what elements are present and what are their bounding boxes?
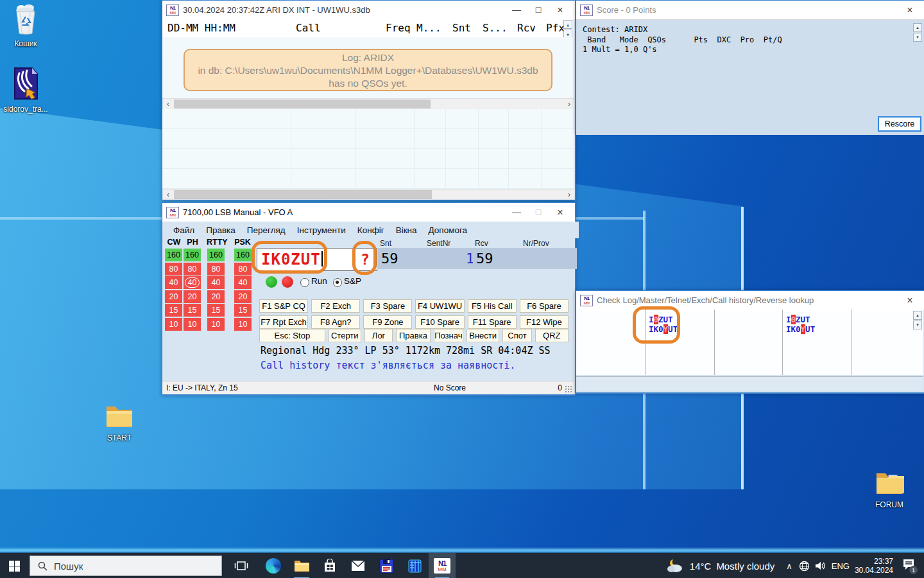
band-ph-160[interactable]: 160 xyxy=(184,249,201,261)
band-ph-20[interactable]: 20 xyxy=(184,290,201,303)
scroll-left-icon[interactable]: ‹ xyxy=(163,99,173,109)
weather-temperature[interactable]: 14°C xyxy=(690,561,712,572)
maximize-icon[interactable]: □ xyxy=(527,4,549,16)
start-button[interactable] xyxy=(0,553,28,578)
run-radio[interactable] xyxy=(300,278,309,287)
column-header[interactable]: Freq xyxy=(386,22,411,34)
band-psk-80[interactable]: 80 xyxy=(234,263,252,276)
fkey-f11[interactable]: F11 Spare xyxy=(468,315,517,329)
column-header[interactable]: M... xyxy=(416,22,441,34)
band-ph-15[interactable]: 15 xyxy=(184,304,201,317)
score-spinner[interactable]: ▲ ▼ xyxy=(913,23,922,42)
close-icon[interactable]: × xyxy=(549,4,571,16)
column-header[interactable]: Call xyxy=(296,22,321,34)
resize-grip[interactable] xyxy=(565,386,573,394)
score-window-titlebar[interactable]: N1MM Score - 0 Points × xyxy=(576,1,924,20)
edge-browser-button[interactable] xyxy=(259,553,287,578)
fkey-f5[interactable]: F5 His Call xyxy=(468,299,517,313)
mail-button[interactable] xyxy=(344,553,372,578)
mark-button[interactable]: Познач xyxy=(434,329,463,342)
band-rtty-80[interactable]: 80 xyxy=(207,263,225,276)
band-cw-80[interactable]: 80 xyxy=(165,263,182,276)
scroll-left-icon[interactable]: ‹ xyxy=(163,189,173,200)
column-header[interactable]: Pfx xyxy=(546,22,565,34)
fkey-f7[interactable]: F7 Rpt Exch xyxy=(259,315,308,329)
wipe-button[interactable]: Стерти xyxy=(329,329,361,342)
fkey-f9[interactable]: F9 Zone xyxy=(363,315,412,329)
check-call-suggestion[interactable]: I0ZUT IK0YUT xyxy=(649,315,678,334)
band-psk-160[interactable]: 160 xyxy=(234,249,252,261)
fkey-f3[interactable]: F3 Spare xyxy=(363,299,412,313)
fkey-f4[interactable]: F4 UW1WU xyxy=(415,299,464,313)
store-button[interactable] xyxy=(316,553,344,578)
band-rtty-20[interactable]: 20 xyxy=(207,290,225,303)
desktop-icon-forum-folder[interactable]: FORUM xyxy=(865,470,914,509)
desktop-icon-sidorov-file[interactable]: sidorov_tra... xyxy=(1,67,50,114)
band-rtty-40[interactable]: 40 xyxy=(207,276,225,289)
task-view-button[interactable] xyxy=(227,553,255,578)
column-header[interactable]: Snt xyxy=(452,22,471,34)
sentnr-field[interactable]: 1 xyxy=(425,248,477,269)
minimize-icon[interactable]: — xyxy=(506,207,527,218)
log-horizontal-scrollbar-2[interactable]: ‹ › xyxy=(163,189,574,200)
column-header[interactable]: Rcv xyxy=(517,22,536,34)
check-spinner[interactable]: ▲ ▼ xyxy=(913,311,922,329)
scrollbar-thumb[interactable] xyxy=(174,100,431,109)
store-button[interactable]: Внести xyxy=(466,329,499,342)
band-psk-20[interactable]: 20 xyxy=(234,290,252,303)
scroll-right-icon[interactable]: › xyxy=(564,99,574,109)
log-horizontal-scrollbar[interactable]: ‹ › xyxy=(163,98,574,109)
callsign-exchange-entry[interactable]: IK0ZUT ? xyxy=(257,248,377,271)
n1mm-app-button[interactable]: N1MM xyxy=(429,553,456,578)
sp-radio-selected[interactable] xyxy=(333,278,342,287)
desktop-icon-start-folder[interactable]: START xyxy=(95,403,144,442)
log-button[interactable]: Лог xyxy=(364,329,393,342)
minimize-icon[interactable]: — xyxy=(506,4,527,16)
band-cw-20[interactable]: 20 xyxy=(165,290,182,303)
language-indicator[interactable]: ENG xyxy=(832,561,850,571)
file-explorer-button[interactable] xyxy=(287,553,316,578)
band-ph-80[interactable]: 80 xyxy=(184,263,201,276)
fkey-f10[interactable]: F10 Spare xyxy=(415,315,464,329)
column-header[interactable]: S... xyxy=(483,22,508,34)
scroll-right-icon[interactable]: › xyxy=(564,189,574,200)
menu-tools[interactable]: Інструменти xyxy=(291,225,352,235)
rcv-field[interactable]: 59 xyxy=(473,248,524,269)
nrprov-field[interactable] xyxy=(520,248,577,269)
edit-button[interactable]: Правка xyxy=(396,329,430,342)
esc-stop-button[interactable]: Esc: Stop xyxy=(259,329,325,342)
fkey-f1[interactable]: F1 S&P CQ xyxy=(259,299,308,313)
entry-window-titlebar[interactable]: N1MM 7100,00 LSB Manual - VFO A — □ × xyxy=(162,203,575,222)
band-psk-10[interactable]: 10 xyxy=(234,318,252,331)
band-cw-15[interactable]: 15 xyxy=(165,304,182,317)
fkey-f8[interactable]: F8 Agn? xyxy=(311,315,360,329)
fkey-f6[interactable]: F6 Spare xyxy=(520,299,569,313)
band-cw-40[interactable]: 40 xyxy=(165,276,182,289)
band-ph-40-selected[interactable]: 40 xyxy=(184,276,201,289)
band-rtty-10[interactable]: 10 xyxy=(207,318,225,331)
menu-view[interactable]: Перегляд xyxy=(241,225,291,235)
menu-config[interactable]: Конфіг xyxy=(352,225,390,235)
check-window-titlebar[interactable]: N1MM Check Log/Master/Telnet/Exch/Call h… xyxy=(576,291,924,310)
desktop-icon-recycle-bin[interactable]: Кошик xyxy=(1,4,50,48)
menu-windows[interactable]: Вікна xyxy=(390,225,423,235)
menu-help[interactable]: Допомога xyxy=(423,225,474,235)
blue-utility-app-button[interactable] xyxy=(400,553,429,578)
band-rtty-15[interactable]: 15 xyxy=(207,304,225,317)
qrz-button[interactable]: QRZ xyxy=(535,329,569,342)
check-call-suggestion[interactable]: I0ZUT IK0YUT xyxy=(786,315,815,334)
logger-save-app-button[interactable] xyxy=(372,553,400,578)
search-input[interactable]: Пошук xyxy=(30,556,222,576)
weather-description[interactable]: Mostly cloudy xyxy=(716,561,774,572)
close-icon[interactable]: × xyxy=(899,4,921,16)
snt-field[interactable]: 59 xyxy=(378,248,429,269)
rescore-button[interactable]: Rescore xyxy=(878,116,921,132)
band-cw-160[interactable]: 160 xyxy=(165,249,182,261)
header-spinner[interactable]: ▲ ▼ xyxy=(563,20,572,39)
network-globe-icon[interactable] xyxy=(799,561,810,572)
band-rtty-160[interactable]: 160 xyxy=(207,249,225,261)
band-psk-15[interactable]: 15 xyxy=(234,304,252,317)
action-center-button[interactable]: 1 xyxy=(902,559,915,573)
menu-file[interactable]: Файл xyxy=(167,225,200,235)
band-psk-40[interactable]: 40 xyxy=(234,276,252,289)
